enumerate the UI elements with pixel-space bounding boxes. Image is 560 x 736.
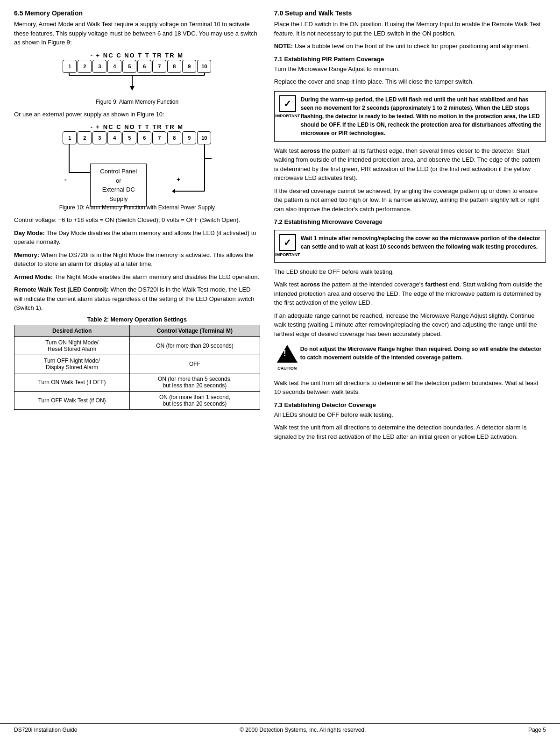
terminal2-8: 8 bbox=[167, 131, 181, 144]
important-text-7-1: During the warm-up period, the LED will … bbox=[301, 95, 542, 137]
terminal-9: 9 bbox=[182, 60, 196, 73]
memory-label: Memory: bbox=[14, 251, 39, 258]
table-cell-2-0: Turn ON Walk Test (if OFF) bbox=[14, 373, 130, 391]
control-panel-box: Control PanelorExternal DCSupply bbox=[90, 164, 147, 207]
terminal-6: 6 bbox=[137, 60, 151, 73]
svg-marker-4 bbox=[130, 86, 135, 91]
caution-triangle-icon bbox=[277, 345, 298, 363]
caution-icon: CAUTION bbox=[278, 345, 297, 372]
day-mode-label: Day Mode: bbox=[14, 229, 45, 236]
section-7-2-body2: Walk test across the pattern at the inte… bbox=[274, 280, 546, 307]
checkmark-icon: ✓ bbox=[279, 95, 296, 112]
note-para: NOTE: Use a bubble level on the front of… bbox=[274, 42, 546, 51]
section-7-3: 7.3 Establishing Detector Coverage All L… bbox=[274, 401, 546, 442]
across-bold-2: across bbox=[300, 281, 320, 288]
footer-center: © 2000 Detection Systems, Inc. All right… bbox=[240, 727, 366, 733]
remote-walk-para: Remote Walk Test (LED Control): When the… bbox=[14, 285, 260, 313]
table-row: Turn ON Night Mode/Reset Stored Alarm ON… bbox=[14, 336, 260, 355]
terminal2-7: 7 bbox=[152, 131, 166, 144]
terminal2-3: 3 bbox=[92, 131, 106, 144]
section-7-3-body2: Walk test the unit from all directions t… bbox=[274, 423, 546, 441]
terminal2-2: 2 bbox=[78, 131, 92, 144]
table-caption: Table 2: Memory Operation Settings bbox=[14, 316, 260, 323]
section-7-2-body3: If an adequate range cannot be reached, … bbox=[274, 311, 546, 339]
important-label: IMPORTANT bbox=[275, 113, 300, 120]
armed-mode-para: Armed Mode: The Night Mode enables the a… bbox=[14, 272, 260, 282]
control-voltage: Control voltage: +6 to +18 volts = ON (S… bbox=[14, 215, 260, 225]
section-7-1-heading: 7.1 Establishing PIR Pattern Coverage bbox=[274, 56, 546, 63]
note-label: NOTE: bbox=[274, 43, 293, 50]
section-7-1-body2: Replace the cover and snap it into place… bbox=[274, 77, 546, 86]
content-area: 6.5 Memory Operation Memory, Armed Mode … bbox=[0, 0, 560, 723]
terminal-5: 5 bbox=[122, 60, 136, 73]
terminal-boxes-1: 1 2 3 4 5 6 7 8 9 10 bbox=[14, 60, 260, 73]
table-cell-1-0: Turn OFF Night Mode/Display Stored Alarm bbox=[14, 355, 130, 373]
section-7-2-heading: 7.2 Establishing Microwave Coverage bbox=[274, 218, 546, 225]
figure-9-diagram: - + NC C NO T T TR TR M 1 2 3 4 5 6 7 8 … bbox=[14, 52, 260, 105]
figure-10-diagram: - + NC C NO T T TR TR M 1 2 3 4 5 6 7 8 … bbox=[14, 123, 260, 211]
section-7-1-body4: If the desired coverage cannot be achiev… bbox=[274, 186, 546, 214]
svg-marker-14 bbox=[172, 189, 175, 193]
terminal2-1: 1 bbox=[63, 131, 77, 144]
terminal-2: 2 bbox=[78, 60, 92, 73]
important-label-2: IMPORTANT bbox=[275, 252, 300, 258]
terminal-1: 1 bbox=[63, 60, 77, 73]
armed-mode-text: The Night Mode enables the alarm memory … bbox=[54, 273, 259, 280]
page: 6.5 Memory Operation Memory, Armed Mode … bbox=[0, 0, 560, 736]
important-text-7-2: Wait 1 minute after removing/replacing t… bbox=[301, 234, 542, 251]
figure-9-caption: Figure 9: Alarm Memory Function bbox=[14, 99, 260, 105]
terminal-3: 3 bbox=[92, 60, 106, 73]
caution-text: Do not adjust the Microwave Range higher… bbox=[300, 345, 542, 362]
table-cell-2-1: ON (for more than 5 seconds,but less tha… bbox=[130, 373, 260, 391]
section-6-5-heading: 6.5 Memory Operation bbox=[14, 9, 260, 17]
day-mode-para: Day Mode: The Day Mode disables the alar… bbox=[14, 229, 260, 247]
note-text: Use a bubble level on the front of the u… bbox=[295, 43, 530, 50]
memory-table: Table 2: Memory Operation Settings Desir… bbox=[14, 316, 260, 410]
table-row: Turn OFF Walk Test (if ON) ON (for more … bbox=[14, 391, 260, 409]
memory-text: When the DS720i is in the Night Mode the… bbox=[14, 251, 253, 268]
checkmark-icon-2: ✓ bbox=[279, 234, 296, 251]
remote-walk-label: Remote Walk Test (LED Control): bbox=[14, 286, 109, 293]
terminal2-10: 10 bbox=[197, 131, 211, 144]
table-row: Turn OFF Night Mode/Display Stored Alarm… bbox=[14, 355, 260, 373]
table-cell-0-0: Turn ON Night Mode/Reset Stored Alarm bbox=[14, 336, 130, 355]
left-column: 6.5 Memory Operation Memory, Armed Mode … bbox=[14, 9, 269, 719]
section-7-2: 7.2 Establishing Microwave Coverage ✓ IM… bbox=[274, 218, 546, 397]
table-cell-0-1: ON (for more than 20 seconds) bbox=[130, 336, 260, 355]
table-cell-3-0: Turn OFF Walk Test (if ON) bbox=[14, 391, 130, 409]
section-7-1-body3: Walk test across the pattern at its fart… bbox=[274, 146, 546, 183]
section-7-1: 7.1 Establishing PIR Pattern Coverage Tu… bbox=[274, 56, 546, 214]
section-7-heading: 7.0 Setup and Walk Tests bbox=[274, 9, 546, 17]
memory-para: Memory: When the DS720i is in the Night … bbox=[14, 250, 260, 269]
terminal-boxes-2: 1 2 3 4 5 6 7 8 9 10 bbox=[14, 131, 260, 144]
table-cell-1-1: OFF bbox=[130, 355, 260, 373]
section-7-3-body1: All LEDs should be OFF before walk testi… bbox=[274, 410, 546, 420]
important-notice-7-1: ✓ IMPORTANT During the warm-up period, t… bbox=[274, 91, 546, 142]
terminal-4: 4 bbox=[107, 60, 121, 73]
terminal2-4: 4 bbox=[107, 131, 121, 144]
terminal-10: 10 bbox=[197, 60, 211, 73]
terminal2-5: 5 bbox=[122, 131, 136, 144]
figure10-wires: - + Control PanelorExternal DCSupply bbox=[62, 144, 212, 202]
svg-text:-: - bbox=[64, 176, 67, 183]
control-panel-text: Control PanelorExternal DCSupply bbox=[100, 168, 137, 202]
important-icon: ✓ IMPORTANT bbox=[278, 95, 297, 120]
important-notice-7-2: ✓ IMPORTANT Wait 1 minute after removing… bbox=[274, 230, 546, 263]
table-header-1: Control Voltage (Terminal M) bbox=[130, 325, 260, 336]
footer: DS720i Installation Guide © 2000 Detecti… bbox=[0, 723, 560, 736]
table-header-0: Desired Action bbox=[14, 325, 130, 336]
section-6-5-body1: Memory, Armed Mode and Walk Test require… bbox=[14, 20, 260, 47]
section-7-3-heading: 7.3 Establishing Detector Coverage bbox=[274, 401, 546, 408]
day-mode-text: The Day Mode disables the alarm memory a… bbox=[14, 229, 256, 246]
across-bold-1: across bbox=[300, 147, 320, 154]
footer-left: DS720i Installation Guide bbox=[14, 727, 77, 733]
table-row: Turn ON Walk Test (if OFF) ON (for more … bbox=[14, 373, 260, 391]
figure9-wires bbox=[14, 73, 260, 96]
caution-notice: CAUTION Do not adjust the Microwave Rang… bbox=[274, 343, 546, 374]
terminal-7: 7 bbox=[152, 60, 166, 73]
section-7-2-body4: Walk test the unit from all directions t… bbox=[274, 379, 546, 397]
farthest-bold: farthest bbox=[425, 281, 447, 288]
footer-right: Page 5 bbox=[528, 727, 546, 733]
terminal2-6: 6 bbox=[137, 131, 151, 144]
terminal2-9: 9 bbox=[182, 131, 196, 144]
